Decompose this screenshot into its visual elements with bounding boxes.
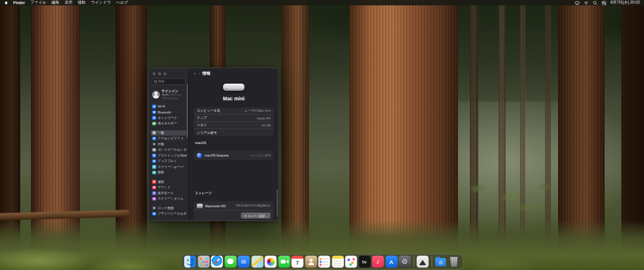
- menu-file[interactable]: ファイル: [30, 0, 47, 5]
- dock-recent-app-icon[interactable]: [417, 256, 429, 268]
- sidebar-item-label: プライバシーとセキュリティ: [158, 211, 187, 216]
- sidebar-item-control-center[interactable]: コントロールセンター: [150, 147, 187, 153]
- back-button[interactable]: ‹: [194, 71, 196, 76]
- avatar: [152, 91, 160, 99]
- disk-icon: [197, 204, 203, 208]
- sidebar-item-notifications[interactable]: 通知: [150, 179, 187, 185]
- window-controls: [150, 72, 187, 78]
- info-value: 16 GB: [261, 124, 271, 127]
- settings-sidebar: 検索 サインイン Appleアカウントでサインイン Wi-Fi Bluetoot…: [148, 68, 189, 220]
- app-glyph: [419, 260, 426, 265]
- bell-icon: [152, 180, 156, 184]
- apple-account-item[interactable]: サインイン Appleアカウントでサインイン: [150, 88, 187, 104]
- folder-shape: [435, 258, 446, 266]
- menu-go[interactable]: 移動: [78, 0, 85, 5]
- menu-bar-clock[interactable]: 8月7日(木) 20:02: [611, 0, 640, 5]
- sidebar-item-label: 一般: [158, 131, 165, 135]
- active-app-menu[interactable]: Finder: [13, 1, 25, 5]
- sidebar-group-security: ロック画面 プライバシーとセキュリティ: [150, 205, 187, 217]
- dock-notes-icon[interactable]: [332, 256, 343, 268]
- display-icon[interactable]: [575, 1, 580, 5]
- search-icon[interactable]: [593, 1, 597, 5]
- dock-contacts-icon[interactable]: [305, 256, 317, 268]
- sidebar-item-accessibility[interactable]: アクセシビリティ: [150, 136, 187, 142]
- network-icon: [152, 116, 156, 120]
- sidebar-item-focus[interactable]: 集中モード: [150, 191, 187, 197]
- dock-music-icon[interactable]: ♪: [372, 256, 384, 268]
- sidebar-item-label: デスクトップとDock: [158, 154, 187, 158]
- sidebar-item-label: サウンド: [158, 185, 171, 189]
- safari-needle: [214, 258, 219, 263]
- zoom-window-button[interactable]: [163, 72, 166, 75]
- sidebar-item-network[interactable]: ネットワーク: [150, 115, 187, 121]
- sidebar-item-wifi[interactable]: Wi-Fi: [150, 104, 187, 110]
- sidebar-item-label: 壁紙: [158, 170, 165, 174]
- dock-messages-icon[interactable]: [224, 256, 236, 268]
- minimize-window-button[interactable]: [158, 72, 161, 75]
- control-center-icon[interactable]: [602, 1, 606, 5]
- storage-settings-button[interactable]: ストレージ設定...: [241, 213, 271, 219]
- dock-system-settings-icon[interactable]: ⚙: [399, 256, 411, 268]
- dock-photos-icon[interactable]: [265, 256, 277, 268]
- note-lines: [333, 261, 342, 266]
- dock-finder-icon[interactable]: [184, 256, 196, 268]
- sidebar-item-screen-time[interactable]: スクリーンタイム: [150, 196, 187, 202]
- menu-help[interactable]: ヘルプ: [116, 0, 128, 5]
- dock-freeform-icon[interactable]: [345, 256, 357, 268]
- disk-name: Macintosh HD: [205, 204, 226, 208]
- reminder-lines: [323, 259, 329, 266]
- dock-icon: [152, 154, 156, 158]
- info-label: コンピュータ名: [197, 109, 220, 113]
- sidebar-item-wallpaper[interactable]: 壁紙: [150, 170, 187, 176]
- trash-bin-shape: [450, 257, 459, 267]
- sidebar-item-label: スクリーンセーバ: [158, 165, 184, 169]
- photos-flower: [267, 258, 274, 266]
- storage-card: Macintosh HD 978.8 GB中97.8 GB使用済み ストレージ設…: [194, 201, 274, 220]
- dock-reminders-icon[interactable]: [318, 256, 330, 268]
- sidebar-item-general[interactable]: 一般: [150, 130, 187, 136]
- macos-section-header: macOS: [195, 141, 274, 145]
- profile-title: サインイン: [162, 89, 185, 93]
- dock-mail-icon[interactable]: ✉: [238, 256, 250, 268]
- info-label: シリアル番号: [197, 131, 217, 135]
- close-window-button[interactable]: [153, 72, 156, 75]
- envelope-glyph: ✉: [242, 259, 246, 265]
- sidebar-item-lock-screen[interactable]: ロック画面: [150, 205, 187, 211]
- menu-view[interactable]: 表示: [64, 0, 72, 5]
- content-scrollbar[interactable]: [277, 189, 278, 217]
- dock-calendar-icon[interactable]: 7: [292, 256, 304, 268]
- dock-trash-icon[interactable]: [448, 256, 460, 268]
- info-label: メモリ: [197, 123, 207, 127]
- sidebar-item-screensaver[interactable]: スクリーンセーバ: [150, 164, 187, 170]
- dock-tv-icon[interactable]: tv: [358, 256, 370, 268]
- wallpaper-icon: [152, 171, 156, 175]
- finder-smile: [187, 261, 194, 265]
- sidebar-item-appearance[interactable]: 外観: [150, 142, 187, 148]
- lock-icon: [152, 206, 156, 210]
- dock-launchpad-icon[interactable]: [197, 256, 209, 268]
- hand-icon: [152, 212, 156, 216]
- apple-menu-icon[interactable]: [4, 1, 8, 5]
- sidebar-scrollbar[interactable]: [187, 84, 188, 138]
- sequoia-icon: [197, 153, 202, 158]
- dock-maps-icon[interactable]: [251, 256, 263, 268]
- dock-facetime-icon[interactable]: [278, 256, 290, 268]
- sidebar-item-energy[interactable]: 省エネルギー: [150, 121, 187, 127]
- maps-road: [251, 256, 263, 268]
- music-note-glyph: ♪: [376, 258, 380, 265]
- dock-app-store-icon[interactable]: A: [385, 256, 397, 268]
- menu-window[interactable]: ウインドウ: [91, 0, 110, 5]
- search-input[interactable]: 検索: [151, 78, 185, 85]
- wifi-icon[interactable]: [584, 1, 589, 5]
- sidebar-item-sound[interactable]: サウンド: [150, 185, 187, 191]
- menu-edit[interactable]: 編集: [51, 0, 59, 5]
- macos-card: macOS Sequoia バージョン15.6: [194, 151, 274, 160]
- sidebar-item-displays[interactable]: ディスプレイ: [150, 158, 187, 164]
- sidebar-item-privacy-security[interactable]: プライバシーとセキュリティ: [150, 211, 187, 217]
- dock-safari-icon[interactable]: [211, 256, 223, 268]
- sidebar-item-label: スクリーンタイム: [158, 197, 184, 201]
- sidebar-item-desktop-dock[interactable]: デスクトップとDock: [150, 153, 187, 159]
- dock-downloads-folder-icon[interactable]: [435, 256, 447, 268]
- sidebar-item-bluetooth[interactable]: Bluetooth: [150, 109, 187, 115]
- forward-button[interactable]: ›: [198, 71, 200, 76]
